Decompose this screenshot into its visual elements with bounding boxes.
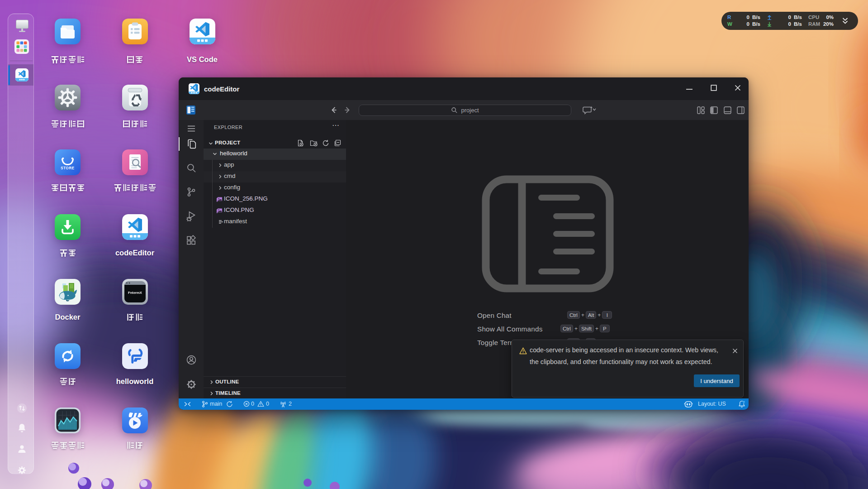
svg-text:FntermX: FntermX: [128, 291, 142, 295]
svg-text:STORE: STORE: [61, 166, 75, 170]
